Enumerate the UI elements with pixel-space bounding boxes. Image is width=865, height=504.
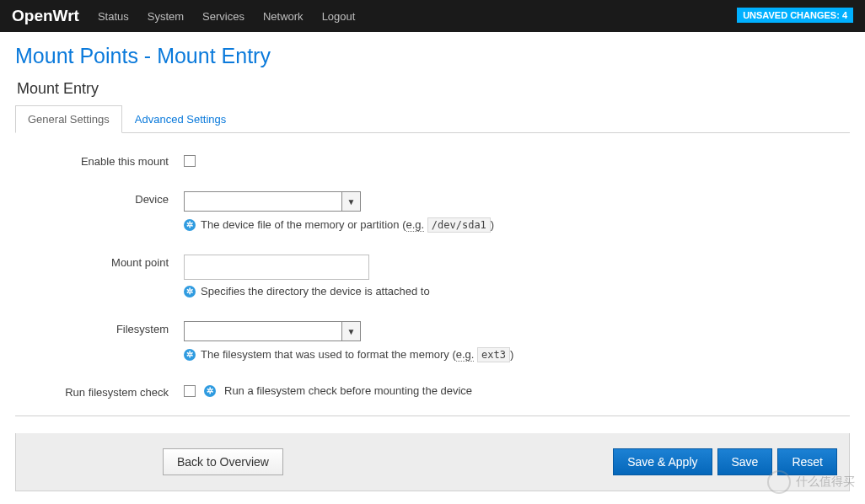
- page-container: Mount Points - Mount Entry Mount Entry G…: [0, 32, 865, 491]
- reset-button[interactable]: Reset: [777, 448, 837, 475]
- row-mount-point: Mount point ✲ Specifies the directory th…: [15, 255, 850, 298]
- select-device[interactable]: ▼: [184, 191, 361, 212]
- section-title: Mount Entry: [17, 80, 850, 98]
- help-device: ✲ The device file of the memory or parti…: [184, 218, 850, 231]
- nav-services[interactable]: Services: [202, 10, 244, 23]
- tab-bar: General Settings Advanced Settings: [15, 105, 850, 133]
- nav-system[interactable]: System: [148, 10, 184, 23]
- checkbox-fsck[interactable]: [184, 385, 196, 397]
- save-button[interactable]: Save: [717, 448, 773, 475]
- help-fsck: Run a filesystem check before mounting t…: [224, 384, 472, 397]
- label-mount-point: Mount point: [15, 255, 184, 298]
- tab-advanced-settings[interactable]: Advanced Settings: [122, 105, 239, 133]
- top-nav: Status System Services Network Logout: [98, 10, 356, 23]
- nav-logout[interactable]: Logout: [322, 10, 356, 23]
- row-device: Device ▼ ✲ The device file of the memory…: [15, 191, 850, 231]
- footer-actions: Back to Overview Save & Apply Save Reset: [15, 433, 850, 491]
- label-device: Device: [15, 191, 184, 231]
- row-fsck: Run filesystem check ✲ Run a filesystem …: [15, 384, 850, 399]
- cog-icon: ✲: [204, 385, 216, 397]
- checkbox-enable-mount[interactable]: [184, 155, 196, 167]
- row-enable-mount: Enable this mount: [15, 153, 850, 168]
- save-apply-button[interactable]: Save & Apply: [613, 448, 712, 475]
- cog-icon: ✲: [184, 349, 196, 361]
- top-header: OpenWrt Status System Services Network L…: [0, 0, 865, 32]
- form-panel: Enable this mount Device ▼ ✲ The device …: [15, 133, 850, 416]
- nav-network[interactable]: Network: [263, 10, 304, 23]
- nav-status[interactable]: Status: [98, 10, 129, 23]
- brand-title: OpenWrt: [12, 7, 79, 25]
- page-title: Mount Points - Mount Entry: [15, 44, 850, 68]
- label-filesystem: Filesystem: [15, 321, 184, 361]
- cog-icon: ✲: [184, 219, 196, 231]
- chevron-down-icon: ▼: [341, 322, 360, 340]
- select-filesystem[interactable]: ▼: [184, 321, 361, 341]
- tab-general-settings[interactable]: General Settings: [15, 105, 122, 133]
- cog-icon: ✲: [184, 286, 196, 298]
- chevron-down-icon: ▼: [341, 192, 360, 211]
- help-filesystem: ✲ The filesystem that was used to format…: [184, 348, 850, 361]
- label-fsck: Run filesystem check: [15, 384, 184, 399]
- input-mount-point[interactable]: [184, 255, 369, 280]
- row-filesystem: Filesystem ▼ ✲ The filesystem that was u…: [15, 321, 850, 361]
- label-enable-mount: Enable this mount: [15, 153, 184, 168]
- help-mount-point: ✲ Specifies the directory the device is …: [184, 285, 850, 298]
- unsaved-changes-badge[interactable]: UNSAVED CHANGES: 4: [737, 8, 853, 23]
- back-to-overview-button[interactable]: Back to Overview: [163, 448, 283, 475]
